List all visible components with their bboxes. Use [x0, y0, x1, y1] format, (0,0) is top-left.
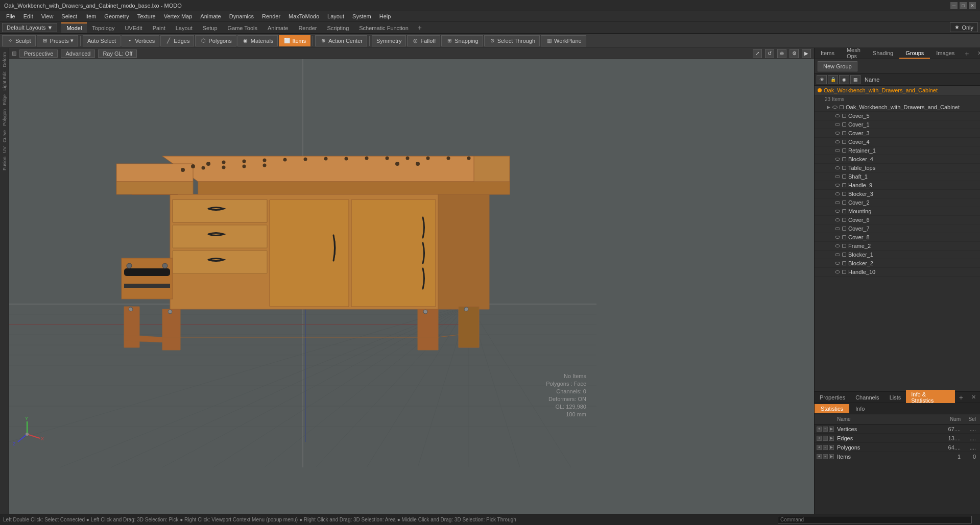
stats-expand-items[interactable]: ▶ — [829, 454, 834, 459]
list-item[interactable]: Cover_4 — [815, 138, 980, 146]
menu-dynamics[interactable]: Dynamics — [225, 12, 258, 20]
menu-animate[interactable]: Animate — [196, 12, 225, 20]
menu-system[interactable]: System — [348, 12, 375, 20]
viewport-zoom-button[interactable]: ⊕ — [777, 49, 786, 58]
tab-topology[interactable]: Topology — [87, 22, 119, 33]
stats-expand-vertices[interactable]: ▶ — [829, 427, 834, 432]
list-item[interactable]: Table_tops — [815, 164, 980, 172]
panel-icon-render[interactable]: ◉ — [839, 75, 849, 84]
stats-expand-edges[interactable]: ▶ — [829, 436, 834, 441]
subtab-info[interactable]: Info — [849, 404, 871, 413]
menu-geometry[interactable]: Geometry — [100, 12, 133, 20]
viewport-settings-button[interactable]: ⚙ — [790, 49, 799, 58]
tab-channels[interactable]: Channels — [850, 393, 884, 402]
stats-expand-polygons[interactable]: ▶ — [829, 445, 834, 450]
list-item[interactable]: Blocker_3 — [815, 190, 980, 198]
maximize-button[interactable]: □ — [960, 2, 967, 9]
polygons-button[interactable]: ⬡ Polygons — [195, 35, 236, 46]
stats-add-vertices[interactable]: + — [817, 427, 822, 432]
action-center-button[interactable]: ⊕ Action Center — [315, 35, 367, 46]
advanced-button[interactable]: Advanced — [61, 49, 95, 58]
list-item[interactable]: Blocker_2 — [815, 259, 980, 268]
menu-maxtoModo[interactable]: MaxToModo — [284, 12, 323, 20]
menu-edit[interactable]: Edit — [19, 12, 37, 20]
close-panel-button[interactable]: ✕ — [973, 48, 980, 58]
list-item[interactable]: Retainer_1 — [815, 146, 980, 155]
stats-remove-polygons[interactable]: − — [823, 445, 828, 450]
tab-layout[interactable]: Layout — [171, 22, 198, 33]
tab-animate[interactable]: Animate — [262, 22, 293, 33]
panel-icon-lock[interactable]: 🔒 — [828, 75, 838, 84]
list-item[interactable]: Shaft_1 — [815, 172, 980, 181]
tab-lists[interactable]: Lists — [885, 393, 906, 402]
sidebar-item-curve[interactable]: Curve — [2, 128, 7, 144]
menu-vertex-map[interactable]: Vertex Map — [160, 12, 197, 20]
tree-root-item[interactable]: Oak_Workbench_with_Drawers_and_Cabinet — [815, 86, 980, 95]
add-panel-tab-button[interactable]: + — [961, 48, 973, 59]
list-item[interactable]: Mounting — [815, 207, 980, 216]
stats-add-items[interactable]: + — [817, 454, 822, 459]
ray-gl-button[interactable]: Ray GL: Off — [98, 49, 137, 58]
command-input[interactable] — [778, 516, 972, 523]
list-item[interactable]: Blocker_4 — [815, 155, 980, 164]
menu-help[interactable]: Help — [375, 12, 395, 20]
layout-selector[interactable]: Default Layouts ▼ — [2, 23, 57, 32]
tab-uvedit[interactable]: UVEdit — [119, 22, 147, 33]
stats-remove-vertices[interactable]: − — [823, 427, 828, 432]
snapping-button[interactable]: ⊞ Snapping — [441, 35, 483, 46]
list-item[interactable]: Cover_3 — [815, 129, 980, 138]
scene-tree[interactable]: Oak_Workbench_with_Drawers_and_Cabinet 2… — [815, 86, 980, 391]
edges-button[interactable]: ╱ Edges — [160, 35, 194, 46]
sidebar-item-fusion[interactable]: Fusion — [2, 155, 7, 172]
presets-button[interactable]: ⊞ Presets ▾ — [37, 35, 78, 46]
tab-items[interactable]: Items — [815, 48, 841, 59]
list-item[interactable]: Cover_7 — [815, 224, 980, 233]
list-item[interactable]: Cover_1 — [815, 120, 980, 129]
tab-properties[interactable]: Properties — [815, 393, 850, 402]
tab-game-tools[interactable]: Game Tools — [223, 22, 263, 33]
sidebar-item-polygon[interactable]: Polygon — [2, 107, 7, 128]
sculpt-button[interactable]: ✧ Sculpt — [2, 35, 36, 46]
list-item[interactable]: Cover_5 — [815, 112, 980, 120]
list-item[interactable]: Cover_6 — [815, 216, 980, 224]
sidebar-item-light-edit[interactable]: Light Edit — [2, 69, 7, 93]
tab-setup[interactable]: Setup — [198, 22, 223, 33]
symmetry-button[interactable]: Symmetry — [372, 35, 407, 46]
workplane-button[interactable]: ▥ WorkPlane — [541, 35, 586, 46]
tab-schematic[interactable]: Schematic Function — [354, 22, 414, 33]
list-item[interactable]: Cover_2 — [815, 198, 980, 207]
sidebar-item-uv[interactable]: UV — [2, 144, 7, 155]
tab-groups[interactable]: Groups — [899, 48, 930, 59]
add-layout-tab-button[interactable]: + — [414, 22, 426, 33]
list-item[interactable]: Blocker_1 — [815, 251, 980, 259]
vertices-button[interactable]: • Vertices — [122, 35, 159, 46]
viewport-canvas[interactable]: X Y Z No Items Polygons : Face Channels:… — [9, 59, 814, 514]
menu-item[interactable]: Item — [81, 12, 100, 20]
items-button[interactable]: ⬜ Items — [279, 35, 310, 46]
viewport-maximize-button[interactable]: ⤢ — [753, 49, 762, 58]
list-item[interactable]: Cover_8 — [815, 233, 980, 242]
panel-icon-select[interactable]: ▦ — [850, 75, 861, 84]
menu-view[interactable]: View — [37, 12, 58, 20]
only-button[interactable]: ★ Only — [950, 22, 978, 32]
stats-add-edges[interactable]: + — [817, 436, 822, 441]
menu-file[interactable]: File — [2, 12, 19, 20]
add-prop-tab-button[interactable]: + — [955, 392, 967, 403]
menu-texture[interactable]: Texture — [133, 12, 160, 20]
list-item[interactable]: Handle_10 — [815, 268, 980, 277]
viewport-refresh-button[interactable]: ↺ — [765, 49, 774, 58]
close-prop-panel-button[interactable]: ✕ — [967, 392, 980, 402]
close-button[interactable]: ✕ — [969, 2, 976, 9]
sidebar-item-deform[interactable]: Deform — [2, 50, 7, 69]
sidebar-item-edge[interactable]: Edge — [2, 92, 7, 107]
list-item[interactable]: ▶ Oak_Workbench_with_Drawers_and_Cabinet — [815, 103, 980, 112]
tab-images[interactable]: Images — [930, 48, 961, 59]
falloff-button[interactable]: ◎ Falloff — [407, 35, 440, 46]
materials-button[interactable]: ◉ Materials — [237, 35, 278, 46]
tab-shading[interactable]: Shading — [867, 48, 899, 59]
panel-icon-eye[interactable]: 👁 — [817, 75, 827, 84]
auto-select-button[interactable]: Auto Select — [83, 35, 121, 46]
perspective-button[interactable]: Perspective — [19, 49, 58, 58]
menu-render[interactable]: Render — [258, 12, 284, 20]
list-item[interactable]: Handle_9 — [815, 181, 980, 190]
